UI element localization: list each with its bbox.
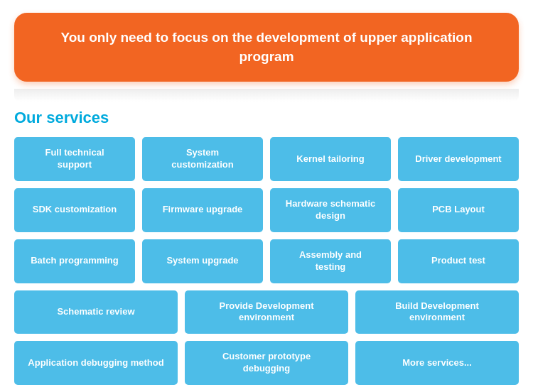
services-title: Our services xyxy=(14,109,519,127)
service-btn-1-1[interactable]: Firmware upgrade xyxy=(142,188,263,232)
services-row-2: Batch programmingSystem upgradeAssembly … xyxy=(14,239,519,283)
service-btn-4-1[interactable]: Customer prototype debugging xyxy=(185,341,348,385)
service-btn-2-1[interactable]: System upgrade xyxy=(142,239,263,283)
service-btn-4-2[interactable]: More services... xyxy=(355,341,519,385)
services-section: Our services Full technical supportSyste… xyxy=(0,102,533,392)
service-btn-4-0[interactable]: Application debugging method xyxy=(14,341,178,385)
hero-text: You only need to focus on the developmen… xyxy=(60,30,472,64)
services-row-3: Schematic reviewProvide Development envi… xyxy=(14,290,519,334)
service-btn-0-3[interactable]: Driver development xyxy=(398,137,519,181)
service-btn-0-2[interactable]: Kernel tailoring xyxy=(270,137,391,181)
services-row-4: Application debugging methodCustomer pro… xyxy=(14,341,519,385)
service-btn-3-0[interactable]: Schematic review xyxy=(14,290,178,334)
service-btn-2-3[interactable]: Product test xyxy=(398,239,519,283)
service-btn-2-2[interactable]: Assembly and testing xyxy=(270,239,391,283)
service-btn-1-2[interactable]: Hardware schematic design xyxy=(270,188,391,232)
service-btn-3-2[interactable]: Build Development environment xyxy=(355,290,519,334)
service-btn-0-0[interactable]: Full technical support xyxy=(14,137,135,181)
services-row-0: Full technical supportSystem customizati… xyxy=(14,137,519,181)
services-grid: Full technical supportSystem customizati… xyxy=(14,137,519,385)
shadow-line xyxy=(14,89,519,102)
services-row-1: SDK customizationFirmware upgradeHardwar… xyxy=(14,188,519,232)
hero-banner: You only need to focus on the developmen… xyxy=(14,13,519,82)
service-btn-0-1[interactable]: System customization xyxy=(142,137,263,181)
service-btn-1-0[interactable]: SDK customization xyxy=(14,188,135,232)
service-btn-3-1[interactable]: Provide Development environment xyxy=(185,290,348,334)
service-btn-2-0[interactable]: Batch programming xyxy=(14,239,135,283)
service-btn-1-3[interactable]: PCB Layout xyxy=(398,188,519,232)
